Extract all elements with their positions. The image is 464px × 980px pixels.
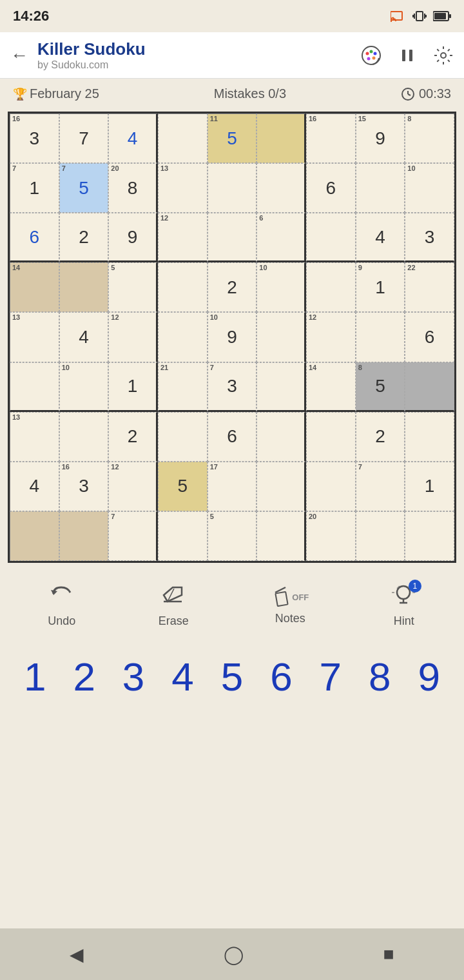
nav-home-button[interactable]: ◯: [224, 944, 244, 965]
cell-r5-c1[interactable]: 10: [59, 362, 109, 412]
cell-r1-c0[interactable]: 71: [10, 163, 59, 213]
cell-r0-c3[interactable]: [158, 113, 208, 163]
cell-r6-c1[interactable]: [59, 412, 109, 462]
cell-r8-c0[interactable]: [10, 511, 59, 561]
num-button-8[interactable]: 8: [358, 654, 401, 700]
cell-r3-c5[interactable]: 10: [256, 262, 306, 312]
cell-r7-c3[interactable]: 5: [158, 462, 208, 511]
cell-r5-c0[interactable]: [10, 362, 59, 412]
num-button-9[interactable]: 9: [407, 654, 451, 700]
num-button-7[interactable]: 7: [309, 654, 353, 700]
cell-r4-c7[interactable]: [356, 312, 405, 362]
hint-button[interactable]: 1 Hint: [392, 583, 416, 628]
pause-icon[interactable]: [397, 45, 418, 66]
cell-r1-c1[interactable]: 75: [59, 163, 109, 213]
cell-r5-c4[interactable]: 73: [208, 362, 257, 412]
nav-recents-button[interactable]: ■: [383, 944, 394, 965]
cell-r2-c8[interactable]: 3: [405, 213, 454, 262]
cell-r7-c8[interactable]: 1: [405, 462, 454, 511]
cell-r2-c6[interactable]: [306, 213, 356, 262]
cell-r0-c1[interactable]: 7: [59, 113, 109, 163]
cell-r8-c8[interactable]: [405, 511, 454, 561]
num-button-2[interactable]: 2: [63, 654, 106, 700]
cell-r2-c4[interactable]: [208, 213, 257, 262]
cell-r8-c4[interactable]: 5: [208, 511, 257, 561]
cell-r2-c2[interactable]: 9: [108, 213, 158, 262]
cell-r4-c6[interactable]: 12: [306, 312, 356, 362]
cell-r0-c5[interactable]: [256, 113, 306, 163]
cell-r3-c2[interactable]: 5: [108, 262, 158, 312]
cell-r4-c2[interactable]: 12: [108, 312, 158, 362]
cell-r3-c1[interactable]: [59, 262, 109, 312]
cell-r0-c7[interactable]: 159: [356, 113, 405, 163]
cell-r7-c5[interactable]: [256, 462, 306, 511]
sudoku-grid[interactable]: 1637411516159871752081361062912643145210…: [8, 112, 456, 563]
back-button[interactable]: ←: [10, 45, 28, 66]
cell-r6-c2[interactable]: 2: [108, 412, 158, 462]
cell-r3-c3[interactable]: [158, 262, 208, 312]
num-button-5[interactable]: 5: [210, 654, 254, 700]
cell-r8-c7[interactable]: [356, 511, 405, 561]
cell-r6-c3[interactable]: [158, 412, 208, 462]
cell-r4-c0[interactable]: 13: [10, 312, 59, 362]
num-button-4[interactable]: 4: [161, 654, 205, 700]
cell-r2-c0[interactable]: 6: [10, 213, 59, 262]
cell-r5-c6[interactable]: 14: [306, 362, 356, 412]
cell-r2-c7[interactable]: 4: [356, 213, 405, 262]
cell-r5-c3[interactable]: 21: [158, 362, 208, 412]
cell-r3-c7[interactable]: 91: [356, 262, 405, 312]
cell-r1-c5[interactable]: [256, 163, 306, 213]
cell-r0-c0[interactable]: 163: [10, 113, 59, 163]
undo-button[interactable]: Undo: [48, 583, 75, 628]
cell-r5-c5[interactable]: [256, 362, 306, 412]
cell-r6-c7[interactable]: 2: [356, 412, 405, 462]
cell-r4-c1[interactable]: 4: [59, 312, 109, 362]
erase-button[interactable]: Erase: [159, 583, 189, 628]
cell-r0-c2[interactable]: 4: [108, 113, 158, 163]
cell-r6-c4[interactable]: 6: [208, 412, 257, 462]
cell-r5-c8[interactable]: [405, 362, 454, 412]
cell-r3-c0[interactable]: 14: [10, 262, 59, 312]
cell-r3-c8[interactable]: 22: [405, 262, 454, 312]
cell-r1-c2[interactable]: 208: [108, 163, 158, 213]
cell-r2-c5[interactable]: 6: [256, 213, 306, 262]
cell-r6-c8[interactable]: [405, 412, 454, 462]
settings-icon[interactable]: [433, 45, 454, 66]
cell-r1-c3[interactable]: 13: [158, 163, 208, 213]
cell-r8-c3[interactable]: [158, 511, 208, 561]
cell-r1-c6[interactable]: 6: [306, 163, 356, 213]
cell-r2-c3[interactable]: 12: [158, 213, 208, 262]
cell-r4-c8[interactable]: 6: [405, 312, 454, 362]
cell-r3-c4[interactable]: 2: [208, 262, 257, 312]
cell-r7-c4[interactable]: 17: [208, 462, 257, 511]
cell-r6-c5[interactable]: [256, 412, 306, 462]
cell-r7-c0[interactable]: 4: [10, 462, 59, 511]
cell-r8-c1[interactable]: [59, 511, 109, 561]
cell-r4-c4[interactable]: 109: [208, 312, 257, 362]
cell-r4-c3[interactable]: [158, 312, 208, 362]
cell-r8-c5[interactable]: [256, 511, 306, 561]
cell-r7-c6[interactable]: [306, 462, 356, 511]
num-button-6[interactable]: 6: [259, 654, 303, 700]
num-button-3[interactable]: 3: [111, 654, 155, 700]
cell-r7-c2[interactable]: 12: [108, 462, 158, 511]
cell-r8-c6[interactable]: 20: [306, 511, 356, 561]
palette-icon[interactable]: [361, 45, 382, 66]
cell-r1-c7[interactable]: [356, 163, 405, 213]
cell-r5-c2[interactable]: 1: [108, 362, 158, 412]
cell-r0-c4[interactable]: 115: [208, 113, 257, 163]
cell-r4-c5[interactable]: [256, 312, 306, 362]
cell-r0-c8[interactable]: 8: [405, 113, 454, 163]
cell-r3-c6[interactable]: [306, 262, 356, 312]
num-button-1[interactable]: 1: [13, 654, 57, 700]
cell-r1-c4[interactable]: [208, 163, 257, 213]
cell-r8-c2[interactable]: 7: [108, 511, 158, 561]
cell-r5-c7[interactable]: 85: [356, 362, 405, 412]
cell-r6-c0[interactable]: 13: [10, 412, 59, 462]
cell-r6-c6[interactable]: [306, 412, 356, 462]
cell-r7-c7[interactable]: 7: [356, 462, 405, 511]
cell-r0-c6[interactable]: 16: [306, 113, 356, 163]
notes-button[interactable]: OFF Notes: [271, 586, 309, 625]
cell-r7-c1[interactable]: 163: [59, 462, 109, 511]
cell-r2-c1[interactable]: 2: [59, 213, 109, 262]
